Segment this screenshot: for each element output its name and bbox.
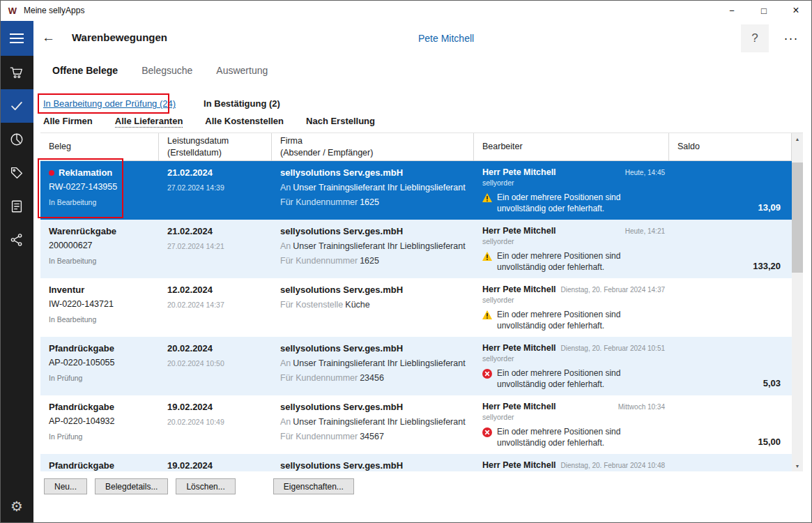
scope-filter-bar: Alle FirmenAlle LieferantenAlle Kostenst… <box>43 116 375 128</box>
date-cell: 19.02.202420.02.2024 10:49 <box>159 395 272 454</box>
date-cell: 19.02.2024 <box>159 454 272 471</box>
created-date: 27.02.2024 14:21 <box>167 242 272 250</box>
table-row[interactable]: Pfandrückgabe19.02.2024sellysolutions Se… <box>40 454 792 471</box>
firma-cell: sellysolutions Serv.ges.mbHAnUnser Train… <box>272 337 474 395</box>
tab-bar: Offene BelegeBelegsucheAuswertung <box>52 65 268 76</box>
back-button[interactable]: ← <box>42 30 55 45</box>
scroll-down-icon[interactable]: ▼ <box>792 460 803 471</box>
beleg-cell: InventurIW-0220-143721In Bearbeitung <box>40 278 159 337</box>
share-icon[interactable] <box>0 223 33 257</box>
maximize-button[interactable]: □ <box>748 0 780 21</box>
edit-timestamp: Heute, 14:21 <box>625 227 665 235</box>
hamburger-menu-icon[interactable] <box>0 21 33 56</box>
minimize-button[interactable]: − <box>716 0 748 21</box>
error-icon <box>482 427 492 448</box>
belegdetails-button[interactable]: Belegdetails... <box>95 478 168 494</box>
edit-timestamp: Mittwoch 10:34 <box>618 403 665 411</box>
beleg-status: In Bearbeitung <box>49 257 159 265</box>
tab-offene-belege[interactable]: Offene Belege <box>52 65 118 76</box>
vertical-scrollbar[interactable]: ▲ ▼ <box>792 133 803 471</box>
warning-icon <box>482 192 492 214</box>
filter-alle-kostenstellen[interactable]: Alle Kostenstellen <box>205 116 284 128</box>
editor-name: Herr Pete Mitchell <box>482 167 556 177</box>
more-options-button[interactable]: ··· <box>777 24 805 52</box>
title-bar: W Meine sellyApps − □ × <box>0 0 812 21</box>
beleg-type: Reklamation <box>59 167 112 178</box>
cart-icon[interactable] <box>0 56 33 89</box>
alert-dot-icon <box>49 170 54 176</box>
saldo-value: 133,20 <box>753 261 781 271</box>
sidebar: ⚙ <box>0 56 33 523</box>
company-detail: Für Kundennummer23456 <box>280 373 474 383</box>
eigenschaften-button[interactable]: Eigenschaften... <box>273 478 354 494</box>
table-header: BelegLeistungsdatum(Erstelldatum)Firma(A… <box>40 133 792 161</box>
bearbeiter-cell: Herr Pete MitchellHeute, 14:45sellyorder… <box>474 161 669 220</box>
settings-gear-icon[interactable]: ⚙ <box>0 490 33 523</box>
company-detail: AnUnser Trainingslieferant Ihr Lieblings… <box>280 358 474 368</box>
löschen-button[interactable]: Löschen... <box>176 478 235 494</box>
tag-icon[interactable] <box>0 156 33 190</box>
table-row[interactable]: PfandrückgabeAP-0220-104932In Prüfung19.… <box>40 395 792 454</box>
page-title: Warenbewegungen <box>72 31 167 43</box>
company-name: sellysolutions Serv.ges.mbH <box>280 167 474 178</box>
firma-cell: sellysolutions Serv.ges.mbHAnUnser Train… <box>272 395 474 454</box>
bearbeiter-cell: Herr Pete MitchellDienstag, 20. Februar … <box>474 454 669 471</box>
table-row[interactable]: Warenrückgabe200000627In Bearbeitung21.0… <box>40 220 792 278</box>
company-name: sellysolutions Serv.ges.mbH <box>280 343 474 354</box>
company-detail: Für Kundennummer1625 <box>280 197 474 207</box>
editor-name: Herr Pete Mitchell <box>482 226 556 236</box>
edit-timestamp: Heute, 14:45 <box>625 169 665 176</box>
firma-cell: sellysolutions Serv.ges.mbH <box>272 454 474 471</box>
check-icon[interactable] <box>0 89 33 123</box>
editor-name: Herr Pete Mitchell <box>482 402 556 411</box>
column-header-leistungsdatum[interactable]: Leistungsdatum(Erstelldatum) <box>159 133 272 160</box>
saldo-cell <box>669 278 792 337</box>
alert-message: Ein oder mehrere Positionen sind unvolls… <box>497 251 658 273</box>
edit-timestamp: Dienstag, 20. Februar 2024 10:48 <box>560 462 665 469</box>
saldo-value: 5,03 <box>763 378 781 388</box>
scroll-up-icon[interactable]: ▲ <box>792 133 803 145</box>
user-menu[interactable]: Pete Mitchell <box>418 21 474 56</box>
date-cell: 12.02.202420.02.2024 14:37 <box>159 278 272 337</box>
service-date: 19.02.2024 <box>167 460 272 471</box>
firma-cell: sellysolutions Serv.ges.mbHFür Kostenste… <box>272 278 474 337</box>
created-date: 20.02.2024 10:49 <box>167 418 272 426</box>
filter-alle-firmen[interactable]: Alle Firmen <box>43 116 93 128</box>
tab-auswertung[interactable]: Auswertung <box>216 65 268 76</box>
service-date: 19.02.2024 <box>167 402 272 412</box>
table-row[interactable]: InventurIW-0220-143721In Bearbeitung12.0… <box>40 278 792 337</box>
saldo-cell: 15,00 <box>669 395 792 454</box>
scrollbar-thumb[interactable] <box>792 162 803 273</box>
table-row[interactable]: PfandrückgabeAP-0220-105055In Prüfung20.… <box>40 337 792 395</box>
saldo-cell: 5,03 <box>669 337 792 395</box>
beleg-status: In Prüfung <box>49 374 159 382</box>
filter-alle-lieferanten[interactable]: Alle Lieferanten <box>115 116 183 128</box>
company-detail: Für Kundennummer34567 <box>280 432 474 441</box>
pie-chart-icon[interactable] <box>0 123 33 156</box>
column-header-firma[interactable]: Firma(Absender / Empfänger) <box>272 133 474 160</box>
column-header-beleg[interactable]: Beleg <box>40 133 159 160</box>
saldo-value: 15,00 <box>758 437 781 447</box>
service-date: 21.02.2024 <box>167 226 272 236</box>
column-header-bearbeiter[interactable]: Bearbeiter <box>474 133 669 160</box>
filter-in-bearbeitung-oder-prüfung-24[interactable]: In Bearbeitung oder Prüfung (24) <box>43 98 176 109</box>
firma-cell: sellysolutions Serv.ges.mbHAnUnser Train… <box>272 161 474 220</box>
neu-button[interactable]: Neu... <box>44 478 87 494</box>
close-button[interactable]: × <box>780 0 812 21</box>
app-logo-icon: W <box>6 6 19 16</box>
action-bar: Neu...Belegdetails...Löschen...Eigenscha… <box>44 478 362 494</box>
window-controls: − □ × <box>716 0 812 21</box>
journal-icon[interactable] <box>0 190 33 223</box>
filter-in-bestätigung-2[interactable]: In Bestätigung (2) <box>204 98 280 109</box>
tab-belegsuche[interactable]: Belegsuche <box>141 65 192 76</box>
column-header-saldo[interactable]: Saldo <box>669 133 792 160</box>
bearbeiter-cell: Herr Pete MitchellDienstag, 20. Februar … <box>474 278 669 337</box>
error-icon <box>482 368 492 390</box>
help-button[interactable]: ? <box>741 24 769 52</box>
filter-nach-erstellung[interactable]: Nach Erstellung <box>306 116 375 128</box>
created-date: 20.02.2024 14:37 <box>167 301 272 309</box>
table-row[interactable]: ReklamationRW-0227-143955In Bearbeitung2… <box>40 161 792 220</box>
edit-timestamp: Dienstag, 20. Februar 2024 10:51 <box>560 344 665 352</box>
alert-message: Ein oder mehrere Positionen sind unvolls… <box>497 368 658 390</box>
beleg-number: AP-0220-105055 <box>49 358 159 367</box>
